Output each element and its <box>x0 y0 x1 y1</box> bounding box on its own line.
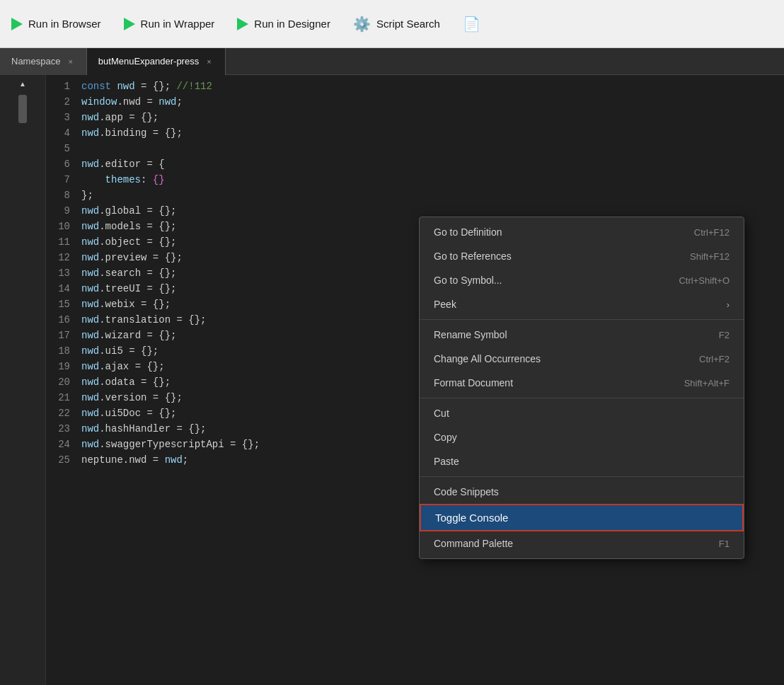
menu-peek-label: Peek <box>434 299 456 310</box>
tab-namespace-label: Namespace <box>11 56 60 67</box>
menu-paste-label: Paste <box>434 456 459 467</box>
play-icon-designer <box>237 18 248 30</box>
doc-button[interactable]: 📄 <box>463 16 480 33</box>
play-icon-wrapper <box>124 18 135 30</box>
code-line-2: 2 window.nwd = nwd; <box>46 96 784 112</box>
scroll-thumb[interactable] <box>18 95 27 123</box>
menu-copy-label: Copy <box>434 432 457 443</box>
toolbar: Run in Browser Run in Wrapper Run in Des… <box>0 0 784 48</box>
scroll-up-arrow[interactable]: ▲ <box>17 78 28 89</box>
doc-icon: 📄 <box>463 16 480 33</box>
script-search-button[interactable]: ⚙️ Script Search <box>353 16 440 33</box>
code-line-4: 4 nwd.binding = {}; <box>46 127 784 143</box>
menu-format-document-label: Format Document <box>434 377 513 388</box>
tab-butmenuexpander-close[interactable]: × <box>204 57 213 67</box>
code-line-6: 6 nwd.editor = { <box>46 159 784 174</box>
menu-go-to-symbol-shortcut: Ctrl+Shift+O <box>679 275 730 286</box>
menu-copy[interactable]: Copy <box>420 425 744 449</box>
code-line-5: 5 <box>46 143 784 159</box>
menu-command-palette[interactable]: Command Palette F1 <box>420 531 744 556</box>
menu-change-all-occurrences-label: Change All Occurrences <box>434 353 541 364</box>
menu-toggle-console[interactable]: Toggle Console <box>420 504 744 531</box>
menu-peek-arrow: › <box>727 299 730 310</box>
menu-go-to-references[interactable]: Go to References Shift+F12 <box>420 244 744 268</box>
menu-cut[interactable]: Cut <box>420 401 744 425</box>
script-search-label: Script Search <box>376 18 440 30</box>
run-in-wrapper-button[interactable]: Run in Wrapper <box>124 18 215 30</box>
menu-rename-symbol[interactable]: Rename Symbol F2 <box>420 323 744 347</box>
menu-go-to-symbol[interactable]: Go to Symbol... Ctrl+Shift+O <box>420 268 744 292</box>
code-line-8: 8 }; <box>46 190 784 205</box>
run-in-designer-label: Run in Designer <box>254 18 330 30</box>
left-gutter: ▲ <box>0 75 46 685</box>
menu-toggle-console-label: Toggle Console <box>435 512 508 524</box>
menu-peek[interactable]: Peek › <box>420 292 744 316</box>
menu-go-to-references-label: Go to References <box>434 251 512 262</box>
tabs-bar: Namespace × butMenuExpander-press × <box>0 48 784 75</box>
menu-rename-symbol-label: Rename Symbol <box>434 329 507 340</box>
menu-divider-3 <box>420 476 744 477</box>
context-menu: Go to Definition Ctrl+F12 Go to Referenc… <box>419 217 744 559</box>
menu-go-to-definition[interactable]: Go to Definition Ctrl+F12 <box>420 220 744 244</box>
tab-butmenuexpander[interactable]: butMenuExpander-press × <box>87 48 226 75</box>
menu-go-to-references-shortcut: Shift+F12 <box>690 251 730 262</box>
menu-cut-label: Cut <box>434 408 449 419</box>
menu-rename-symbol-shortcut: F2 <box>719 330 730 340</box>
run-in-browser-button[interactable]: Run in Browser <box>11 18 101 30</box>
menu-format-document[interactable]: Format Document Shift+Alt+F <box>420 371 744 395</box>
menu-go-to-definition-label: Go to Definition <box>434 226 502 238</box>
script-search-icon: ⚙️ <box>353 16 371 33</box>
run-in-wrapper-label: Run in Wrapper <box>141 18 215 30</box>
code-line-3: 3 nwd.app = {}; <box>46 112 784 127</box>
menu-change-all-occurrences[interactable]: Change All Occurrences Ctrl+F2 <box>420 347 744 371</box>
menu-command-palette-shortcut: F1 <box>719 539 730 549</box>
menu-change-all-occurrences-shortcut: Ctrl+F2 <box>699 354 730 364</box>
menu-code-snippets[interactable]: Code Snippets <box>420 480 744 504</box>
tab-namespace-close[interactable]: × <box>66 57 74 67</box>
play-icon <box>11 18 23 30</box>
tab-butmenuexpander-label: butMenuExpander-press <box>98 56 199 67</box>
menu-paste[interactable]: Paste <box>420 449 744 473</box>
menu-divider-2 <box>420 398 744 398</box>
code-line-1: 1 const nwd = {}; //!112 <box>46 81 784 96</box>
code-editor[interactable]: 1 const nwd = {}; //!112 2 window.nwd = … <box>46 75 784 685</box>
menu-go-to-symbol-label: Go to Symbol... <box>434 275 502 286</box>
menu-format-document-shortcut: Shift+Alt+F <box>684 378 730 388</box>
run-in-browser-label: Run in Browser <box>28 18 101 30</box>
menu-go-to-definition-shortcut: Ctrl+F12 <box>694 227 730 238</box>
code-line-7: 7 themes: {} <box>46 174 784 190</box>
tab-namespace[interactable]: Namespace × <box>0 48 87 75</box>
menu-code-snippets-label: Code Snippets <box>434 486 499 497</box>
editor-container: ▲ 1 const nwd = {}; //!112 2 window.nwd … <box>0 75 784 685</box>
menu-command-palette-label: Command Palette <box>434 538 513 549</box>
run-in-designer-button[interactable]: Run in Designer <box>237 18 330 30</box>
menu-divider-1 <box>420 319 744 320</box>
